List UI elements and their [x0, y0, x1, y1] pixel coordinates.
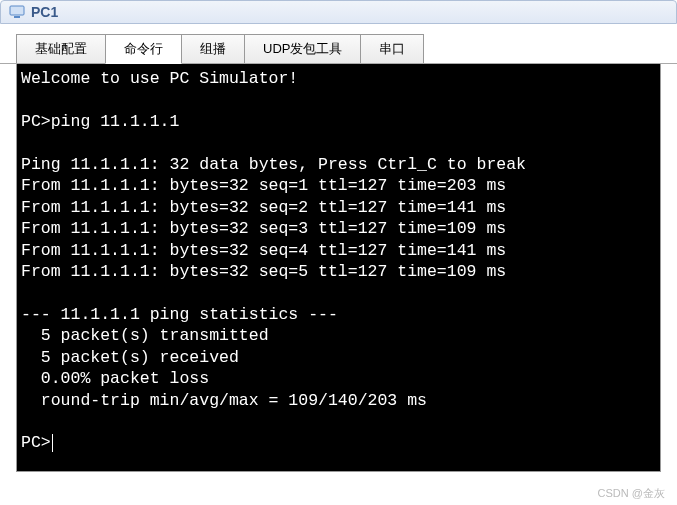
terminal-prompt: PC>	[21, 433, 51, 452]
tab-udp-tool[interactable]: UDP发包工具	[244, 34, 361, 63]
svg-rect-1	[14, 16, 20, 18]
window-title-bar: PC1	[0, 0, 677, 24]
terminal-line: From 11.1.1.1: bytes=32 seq=2 ttl=127 ti…	[21, 198, 506, 217]
terminal-line: From 11.1.1.1: bytes=32 seq=5 ttl=127 ti…	[21, 262, 506, 281]
terminal-line: round-trip min/avg/max = 109/140/203 ms	[21, 391, 427, 410]
terminal-line: 5 packet(s) received	[21, 348, 239, 367]
terminal-line: --- 11.1.1.1 ping statistics ---	[21, 305, 338, 324]
terminal-line: From 11.1.1.1: bytes=32 seq=1 ttl=127 ti…	[21, 176, 506, 195]
terminal-line: Ping 11.1.1.1: 32 data bytes, Press Ctrl…	[21, 155, 526, 174]
watermark: CSDN @金灰	[598, 486, 665, 501]
tab-basic-config[interactable]: 基础配置	[16, 34, 106, 63]
window-title: PC1	[31, 4, 58, 20]
terminal-cursor	[52, 434, 53, 452]
tab-bar: 基础配置 命令行 组播 UDP发包工具 串口	[0, 24, 677, 64]
terminal-line: PC>ping 11.1.1.1	[21, 112, 179, 131]
terminal-line: From 11.1.1.1: bytes=32 seq=3 ttl=127 ti…	[21, 219, 506, 238]
svg-rect-0	[10, 6, 24, 15]
tab-serial[interactable]: 串口	[360, 34, 424, 63]
tab-command-line[interactable]: 命令行	[105, 34, 182, 64]
terminal-line: Welcome to use PC Simulator!	[21, 69, 298, 88]
tab-multicast[interactable]: 组播	[181, 34, 245, 63]
terminal-line: 0.00% packet loss	[21, 369, 209, 388]
pc-icon	[9, 4, 25, 20]
terminal-output[interactable]: Welcome to use PC Simulator! PC>ping 11.…	[16, 64, 661, 472]
terminal-line: 5 packet(s) transmitted	[21, 326, 269, 345]
terminal-line: From 11.1.1.1: bytes=32 seq=4 ttl=127 ti…	[21, 241, 506, 260]
